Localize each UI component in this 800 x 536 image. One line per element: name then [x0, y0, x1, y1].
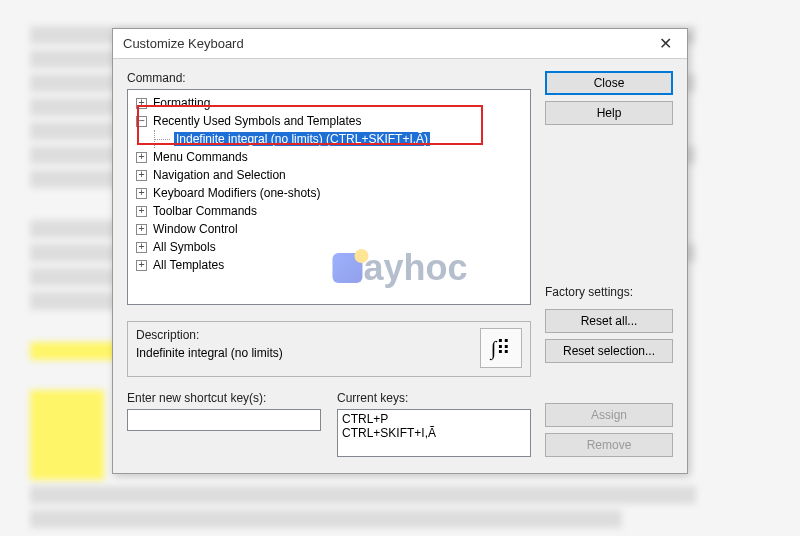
current-keys-list[interactable]: CTRL+PCTRL+SKIFT+I,Ã [337, 409, 531, 457]
factory-settings-label: Factory settings: [545, 285, 673, 299]
list-item[interactable]: CTRL+P [342, 412, 526, 426]
remove-button[interactable]: Remove [545, 433, 673, 457]
tree-item-label: Recently Used Symbols and Templates [153, 114, 362, 128]
integral-icon: ∫⠿ [480, 328, 522, 368]
tree-item[interactable]: −Recently Used Symbols and Templates [130, 112, 528, 130]
tree-item-label: Toolbar Commands [153, 204, 257, 218]
collapse-icon[interactable]: − [136, 116, 147, 127]
tree-item[interactable]: +Navigation and Selection [130, 166, 528, 184]
reset-selection-button[interactable]: Reset selection... [545, 339, 673, 363]
close-button[interactable]: Close [545, 71, 673, 95]
expand-icon[interactable]: + [136, 170, 147, 181]
expand-icon[interactable]: + [136, 98, 147, 109]
tree-item-label: Menu Commands [153, 150, 248, 164]
list-item[interactable]: CTRL+SKIFT+I,Ã [342, 426, 526, 440]
shortcut-label: Enter new shortcut key(s): [127, 391, 321, 405]
tree-item[interactable]: +Menu Commands [130, 148, 528, 166]
tree-item-label: Indefinite integral (no limits) (CTRL+SK… [174, 132, 430, 146]
titlebar: Customize Keyboard ✕ [113, 29, 687, 59]
expand-icon[interactable]: + [136, 188, 147, 199]
expand-icon[interactable]: + [136, 242, 147, 253]
tree-item-label: Formatting [153, 96, 210, 110]
tree-item[interactable]: Indefinite integral (no limits) (CTRL+SK… [130, 130, 528, 148]
close-icon[interactable]: ✕ [643, 29, 687, 58]
description-label: Description: [136, 328, 474, 342]
tree-item[interactable]: +Window Control [130, 220, 528, 238]
description-text: Indefinite integral (no limits) [136, 346, 474, 360]
currentkeys-label: Current keys: [337, 391, 531, 405]
tree-item[interactable]: +Formatting [130, 94, 528, 112]
expand-icon[interactable]: + [136, 224, 147, 235]
tree-item-label: Navigation and Selection [153, 168, 286, 182]
tree-item-label: Window Control [153, 222, 238, 236]
help-button[interactable]: Help [545, 101, 673, 125]
customize-keyboard-dialog: Customize Keyboard ✕ Command: +Formattin… [112, 28, 688, 474]
dialog-title: Customize Keyboard [113, 36, 643, 51]
command-label: Command: [127, 71, 531, 85]
reset-all-button[interactable]: Reset all... [545, 309, 673, 333]
shortcut-input[interactable] [127, 409, 321, 431]
tree-item[interactable]: +Keyboard Modifiers (one-shots) [130, 184, 528, 202]
assign-button[interactable]: Assign [545, 403, 673, 427]
expand-icon[interactable]: + [136, 206, 147, 217]
expand-icon[interactable]: + [136, 260, 147, 271]
tree-item[interactable]: +All Symbols [130, 238, 528, 256]
tree-item-label: All Templates [153, 258, 224, 272]
command-tree[interactable]: +Formatting−Recently Used Symbols and Te… [127, 89, 531, 305]
tree-item[interactable]: +All Templates [130, 256, 528, 274]
description-panel: Description: Indefinite integral (no lim… [127, 321, 531, 377]
expand-icon[interactable]: + [136, 152, 147, 163]
tree-item-label: Keyboard Modifiers (one-shots) [153, 186, 320, 200]
tree-item[interactable]: +Toolbar Commands [130, 202, 528, 220]
tree-item-label: All Symbols [153, 240, 216, 254]
